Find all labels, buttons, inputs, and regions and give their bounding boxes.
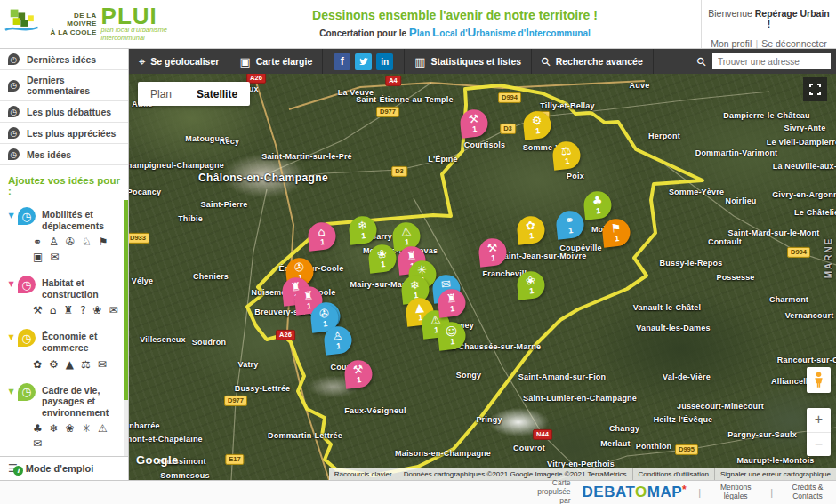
idea-count: 1: [361, 232, 366, 240]
map-place-label: Bussy-Lettrée: [235, 384, 291, 393]
map-place-label: Saint-Pierre: [201, 200, 248, 209]
wide-map-button[interactable]: ▣ Carte élargie: [229, 49, 323, 74]
territory-logo-icon: [4, 7, 40, 41]
map-place-label: Dampierre-le-Château: [723, 111, 810, 120]
nature-icon: ❄: [50, 422, 59, 435]
clock-bubble-icon: ◷: [8, 106, 20, 117]
road-shield: D977: [376, 107, 399, 117]
environment-icon: ❀: [376, 248, 387, 260]
factory-icon: ⚙: [49, 358, 59, 371]
pedestrian-icon: ♙: [49, 236, 59, 248]
comment-bubble-icon: ✉: [109, 304, 118, 316]
chevron-down-icon: ▼: [4, 207, 18, 225]
map-place-label: Heiltz-l'Évêque: [654, 415, 713, 424]
sidebar-nav-item-2[interactable]: ◷Les plus débattues: [0, 101, 128, 123]
linkedin-icon[interactable]: in: [376, 53, 393, 70]
attribution-item-2[interactable]: Conditions d'utilisation: [632, 468, 714, 480]
heritage-buildings-icon: ♜: [63, 304, 73, 316]
road-shield: A4: [385, 76, 401, 86]
map-place-label: Rancourt-sur-Ornain: [777, 356, 836, 364]
map-place-label: Vatry: [237, 360, 258, 369]
map-place-label: Couvrot: [513, 444, 545, 452]
risk-warning-icon: ⚠: [98, 422, 108, 435]
sidebar-nav-item-4[interactable]: ◷Mes idées: [0, 144, 128, 165]
logout-link[interactable]: Se déconnecter: [761, 38, 827, 49]
category-list: ▼◷Mobilités et déplacements⚭♙✇♘⚑▣✉▼◷Habi…: [0, 200, 128, 456]
address-search-input[interactable]: [712, 53, 831, 69]
map-place-label: Courtisols: [464, 140, 506, 149]
map-place-label: L'Épine: [428, 155, 458, 164]
debatomap-logo[interactable]: DEBATOMAP*: [583, 484, 687, 501]
attribution-item-3[interactable]: Signaler une erreur cartographique: [714, 468, 836, 480]
advanced-search-button[interactable]: ⚲ Recherche avancée: [532, 49, 654, 74]
plui-logo-subtitle: plan local d'urbanisme intercommunal: [101, 27, 209, 42]
nature-icon: ♣: [591, 195, 603, 207]
category-item-1[interactable]: ▼◷Habitat et construction⚒⌂♜?❀✉: [0, 268, 128, 322]
map-place-label: Givry-en-Argonne: [772, 190, 836, 199]
sidebar-nav-item-3[interactable]: ◷Les plus appréciées: [0, 123, 128, 144]
map-place-label: Châlons-en-Champagne: [198, 172, 328, 184]
idea-count: 1: [529, 287, 535, 295]
map-place-label: Saint-Étienne-au-Temple: [356, 95, 453, 104]
geolocate-button[interactable]: ⌖ Se géolocaliser: [129, 49, 229, 74]
street-view-pegman[interactable]: [807, 367, 831, 393]
zoom-out-button[interactable]: −: [807, 433, 831, 457]
agriculture-icon: ✿: [525, 220, 535, 232]
map-place-label: Pringy: [476, 415, 502, 424]
map-canvas[interactable]: Plan Satellite + − Google Raccourcis cla…: [129, 74, 836, 480]
map-attribution: Raccourcis clavierDonnées cartographique…: [329, 468, 836, 480]
construction-icon: ⚒: [486, 242, 498, 254]
category-item-0[interactable]: ▼◷Mobilités et déplacements⚭♙✇♘⚑▣✉: [0, 200, 128, 268]
credits-link[interactable]: Crédits & Contacts: [784, 484, 831, 501]
road-shield: E17: [225, 454, 244, 465]
chevron-down-icon: ▼: [4, 276, 18, 293]
geolocate-icon: ⌖: [139, 56, 145, 68]
map-place-label: Possesse: [716, 273, 754, 282]
map-place-label: Charmont: [769, 295, 808, 304]
clock-bubble-icon: ◷: [18, 207, 36, 225]
zoom-in-button[interactable]: +: [807, 408, 831, 433]
environment-icon: ❀: [525, 275, 535, 287]
profile-link[interactable]: Mon profil: [711, 38, 752, 49]
twitter-icon[interactable]: [355, 53, 372, 70]
category-item-3[interactable]: ▼◷Cadre de vie, paysages et environnemen…: [0, 376, 128, 456]
app-logo[interactable]: DE LA MOIVRE À LA COOLE PLUI plan local …: [0, 0, 209, 48]
leisure-icon: ✇: [293, 261, 304, 274]
pegman-icon: [813, 372, 824, 388]
address-search-icon: ⚲: [695, 54, 709, 68]
plui-logo: PLUI: [101, 6, 209, 26]
category-label: Économie et commerce: [42, 329, 119, 353]
comment-bubble-icon: ✉: [50, 251, 59, 263]
category-item-2[interactable]: ▼◷Économie et commerce✿⚙▲⚖✉: [0, 322, 128, 375]
attribution-item-0[interactable]: Raccourcis clavier: [329, 468, 398, 480]
statistics-button[interactable]: ▥ Statistiques et listes: [405, 49, 532, 74]
heritage-icon: ♜: [406, 250, 417, 262]
map-place-label: Thibie: [178, 214, 203, 223]
map-place-label: Dommartin-Varimont: [695, 148, 778, 157]
fullscreen-button[interactable]: [803, 77, 827, 101]
app-header: DE LA MOIVRE À LA COOLE PLUI plan local …: [0, 0, 836, 49]
chevron-down-icon: ▼: [4, 383, 18, 401]
idea-count: 1: [450, 338, 455, 346]
google-logo[interactable]: Google: [136, 453, 179, 467]
road-shield: D977: [224, 396, 247, 406]
hand-plant-icon: ❀: [93, 304, 102, 316]
sidebar-scrollbar-thumb[interactable]: [124, 200, 128, 400]
trees-icon: ♣: [33, 422, 43, 435]
car-icon: ⚭: [33, 236, 42, 248]
category-item-4[interactable]: ▼◷Loisirs, culture, services⚑♘☞☺♪@✉: [0, 455, 128, 456]
legal-link[interactable]: Mentions légales: [712, 484, 759, 501]
map-place-label: Faux-Vésigneul: [344, 406, 406, 415]
comment-bubble-icon: ✉: [33, 437, 42, 450]
road-shield: D995: [675, 444, 698, 455]
map-place-label: Pargny-sur-Saulx: [727, 430, 797, 439]
construction-icon: ⚒: [352, 364, 364, 376]
facebook-icon[interactable]: f: [334, 53, 350, 70]
sidebar-nav-item-0[interactable]: ◷Dernières idées: [0, 49, 128, 70]
map-type-satellite[interactable]: Satellite: [184, 82, 250, 106]
help-button[interactable]: ☰i Mode d'emploi: [0, 456, 128, 480]
chevron-down-icon: ▼: [4, 329, 18, 347]
family-walk-icon: ♘: [82, 236, 92, 248]
map-type-plan[interactable]: Plan: [138, 82, 184, 106]
sidebar-nav-item-1[interactable]: ◷Derniers commentaires: [0, 70, 128, 101]
